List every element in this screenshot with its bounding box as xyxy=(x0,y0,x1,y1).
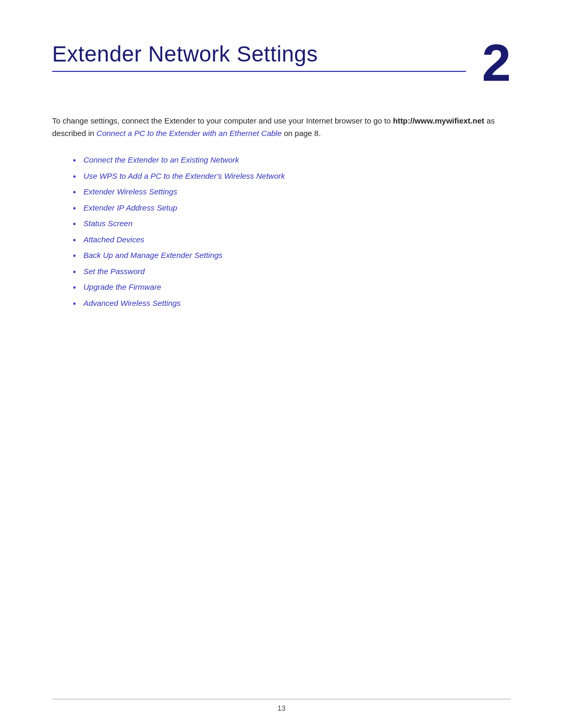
list-item: Attached Devices xyxy=(73,234,511,246)
bullet-link-6[interactable]: Attached Devices xyxy=(83,235,144,244)
intro-paragraph: To change settings, connect the Extender… xyxy=(52,115,511,140)
list-item: Extender Wireless Settings xyxy=(73,186,511,198)
intro-text-end: on page 8. xyxy=(282,129,321,138)
bullet-link-3[interactable]: Extender Wireless Settings xyxy=(83,187,177,196)
list-item: Extender IP Address Setup xyxy=(73,202,511,214)
title-underline xyxy=(52,71,466,72)
bullet-link-5[interactable]: Status Screen xyxy=(83,219,132,228)
list-item: Upgrade the Firmware xyxy=(73,281,511,293)
bullet-link-4[interactable]: Extender IP Address Setup xyxy=(83,203,177,212)
bullet-link-9[interactable]: Upgrade the Firmware xyxy=(83,282,161,291)
chapter-number: 2 xyxy=(482,36,511,89)
intro-italic-link[interactable]: Connect a PC to the Extender with an Eth… xyxy=(96,129,282,138)
bullet-link-8[interactable]: Set the Password xyxy=(83,267,145,276)
bullet-link-7[interactable]: Back Up and Manage Extender Settings xyxy=(83,251,223,260)
bullet-link-1[interactable]: Connect the Extender to an Existing Netw… xyxy=(83,155,239,164)
footer-line xyxy=(52,699,511,699)
list-item: Advanced Wireless Settings xyxy=(73,298,511,310)
list-item: Back Up and Manage Extender Settings xyxy=(73,250,511,262)
page-container: Extender Network Settings 2 To change se… xyxy=(0,0,563,728)
footer-page-number: 13 xyxy=(277,704,286,712)
chapter-title-block: Extender Network Settings xyxy=(52,42,466,72)
header-section: Extender Network Settings 2 xyxy=(52,42,511,89)
list-item: Set the Password xyxy=(73,266,511,278)
intro-text-before: To change settings, connect the Extender… xyxy=(52,116,393,125)
chapter-title: Extender Network Settings xyxy=(52,42,466,67)
list-item: Use WPS to Add a PC to the Extender's Wi… xyxy=(73,170,511,182)
list-item: Status Screen xyxy=(73,218,511,230)
intro-url: http://www.mywifiext.net xyxy=(393,116,484,125)
bullet-list: Connect the Extender to an Existing Netw… xyxy=(73,154,511,309)
bullet-link-2[interactable]: Use WPS to Add a PC to the Extender's Wi… xyxy=(83,171,285,180)
list-item: Connect the Extender to an Existing Netw… xyxy=(73,154,511,166)
bullet-link-10[interactable]: Advanced Wireless Settings xyxy=(83,299,181,307)
